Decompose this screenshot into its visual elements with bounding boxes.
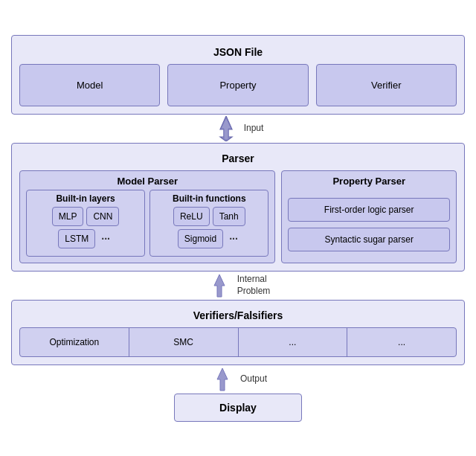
verifier-dots1: ... bbox=[239, 328, 348, 356]
relu-item: ReLU bbox=[173, 207, 210, 226]
output-arrow-icon bbox=[209, 367, 236, 392]
syntactic-sugar-item: Syntactic sugar parser bbox=[288, 228, 450, 251]
display-title: Display bbox=[219, 402, 257, 414]
json-file-title: JSON File bbox=[19, 42, 457, 61]
verifier-smc: SMC bbox=[129, 328, 239, 356]
verifiers-columns: Optimization SMC ... ... bbox=[19, 327, 457, 357]
builtin-functions-row1: ReLU Tanh bbox=[155, 207, 263, 226]
sigmoid-item: Sigmoid bbox=[178, 229, 223, 248]
parser-title: Parser bbox=[19, 148, 457, 167]
builtin-functions-box: Built-in functions ReLU Tanh Sigmoid bbox=[149, 190, 268, 257]
input-arrow-icon bbox=[213, 116, 239, 141]
property-parser-items: First-order logic parser Syntactic sugar… bbox=[288, 193, 450, 257]
internal-arrow-icon bbox=[206, 273, 233, 298]
input-arrow-container: Input bbox=[213, 116, 264, 141]
json-verifier-item: Verifier bbox=[316, 64, 457, 106]
json-property-item: Property bbox=[167, 64, 308, 106]
builtin-functions-row2: Sigmoid ··· bbox=[155, 229, 263, 248]
model-parser-title: Model Parser bbox=[26, 176, 268, 187]
internal-label: Internal Problem bbox=[237, 274, 271, 297]
json-file-items: Model Property Verifier bbox=[19, 64, 457, 106]
cnn-item: CNN bbox=[86, 207, 119, 226]
verifiers-title: Verifiers/Falsifiers bbox=[19, 305, 457, 324]
functions-dots: ··· bbox=[226, 229, 241, 248]
internal-arrow-container: Internal Problem bbox=[206, 273, 271, 298]
json-file-box: JSON File Model Property Verifier bbox=[11, 35, 465, 115]
layers-dots: ··· bbox=[98, 229, 113, 248]
output-arrow-container: Output bbox=[209, 367, 267, 392]
builtin-layers-box: Built-in layers MLP CNN LSTM bbox=[26, 190, 145, 257]
json-model-item: Model bbox=[19, 64, 160, 106]
verifier-dots2: ... bbox=[347, 328, 456, 356]
property-parser-title: Property Parser bbox=[288, 176, 450, 187]
parser-box: Parser Model Parser Built-in layers MLP bbox=[11, 143, 465, 272]
builtin-functions-title: Built-in functions bbox=[155, 193, 263, 204]
mlp-item: MLP bbox=[52, 207, 84, 226]
model-parser-box: Model Parser Built-in layers MLP CNN bbox=[19, 170, 275, 263]
svg-marker-4 bbox=[217, 368, 228, 391]
builtin-layers-title: Built-in layers bbox=[31, 193, 140, 204]
builtin-layers-row2: LSTM ··· bbox=[31, 229, 140, 248]
svg-marker-3 bbox=[214, 274, 225, 297]
parser-inner: Model Parser Built-in layers MLP CNN bbox=[19, 170, 457, 263]
verifiers-box: Verifiers/Falsifiers Optimization SMC ..… bbox=[11, 300, 465, 365]
verifier-optimization: Optimization bbox=[20, 328, 129, 356]
property-parser-box: Property Parser First-order logic parser… bbox=[281, 170, 457, 263]
output-label: Output bbox=[240, 373, 267, 385]
lstm-item: LSTM bbox=[58, 229, 95, 248]
first-order-logic-item: First-order logic parser bbox=[288, 198, 450, 222]
input-label: Input bbox=[244, 123, 264, 135]
display-box: Display bbox=[174, 394, 302, 422]
builtin-layers-row1: MLP CNN bbox=[31, 207, 140, 226]
diagram: JSON File Model Property Verifier Input … bbox=[11, 35, 465, 422]
model-parser-inner: Built-in layers MLP CNN LSTM bbox=[26, 190, 268, 257]
tanh-item: Tanh bbox=[213, 207, 245, 226]
